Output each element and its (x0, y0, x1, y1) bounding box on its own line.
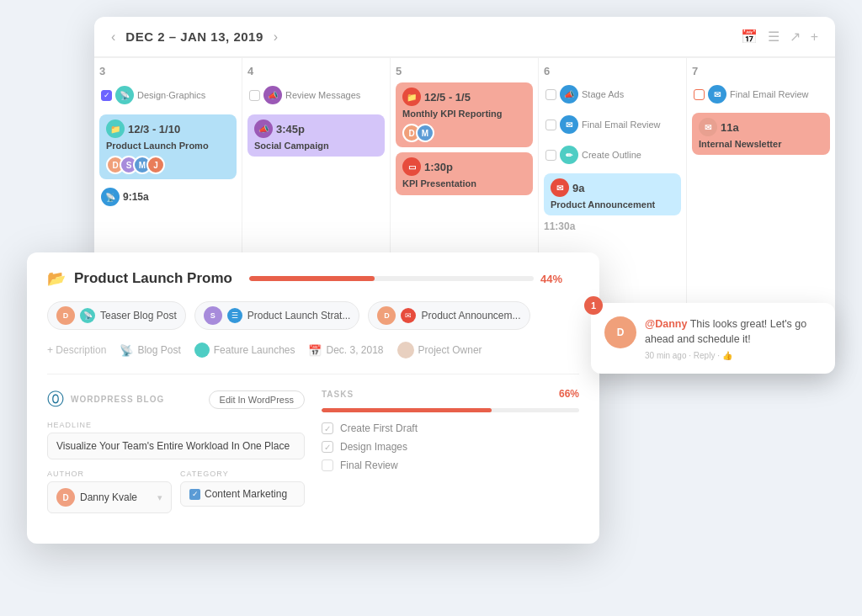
calendar-card[interactable]: 📣 3:45p Social Campaign (247, 114, 385, 157)
folder-icon: 📂 (47, 269, 66, 288)
event-title: Product Announcement (551, 199, 674, 210)
category-group: CATEGORY ✓ Content Marketing (180, 470, 305, 513)
subtask-avatar: S (204, 306, 222, 325)
calendar-nav: ‹ DEC 2 – JAN 13, 2019 › (111, 29, 278, 45)
comment-content: @Danny This looks great! Let's go ahead … (645, 316, 822, 360)
tasks-header: TASKS 66% (322, 388, 579, 400)
event-title: Internal Newsletter (699, 138, 823, 150)
tasks-percent: 66% (559, 388, 579, 400)
add-btn[interactable]: + (811, 29, 818, 45)
author-label: AUTHOR (47, 470, 172, 478)
type-icon: 📡 (120, 344, 133, 357)
list-view-btn[interactable]: ☰ (768, 29, 780, 45)
next-btn[interactable]: › (274, 29, 278, 45)
calendar-card[interactable]: ✉ 9a Product Announcement (544, 173, 681, 215)
task-checkbox[interactable] (545, 89, 556, 100)
date-label: Dec. 3, 2018 (326, 344, 383, 356)
task-label: Final Review (340, 459, 398, 471)
task-label: Create Outline (582, 150, 641, 160)
task-label: Stage Ads (582, 89, 624, 99)
event-icon: ✉ (699, 118, 717, 136)
avatar: 📣 (263, 86, 282, 104)
event-title: Product Launch Promo (106, 140, 230, 151)
calendar-view-btn[interactable]: 📅 (741, 29, 758, 45)
task-checkbox[interactable] (694, 89, 705, 100)
avatar: ✏ (560, 146, 578, 164)
calendar-card: 📡 9:15a (99, 184, 237, 211)
commenter-avatar: D (604, 316, 636, 348)
headline-label: HEADLINE (47, 421, 305, 429)
category-label: CATEGORY (180, 470, 305, 478)
calendar-card[interactable]: 📣 Review Messages (247, 82, 385, 109)
like-icon[interactable]: 👍 (722, 351, 732, 360)
author-name: Danny Kvale (80, 491, 137, 503)
event-icon: ▭ (402, 157, 421, 176)
avatar-group: D M (402, 124, 526, 142)
comment-mention: @Danny (645, 318, 687, 330)
export-btn[interactable]: ↗ (790, 29, 801, 45)
event-icon: ✉ (551, 178, 569, 197)
author-select[interactable]: D Danny Kvale ▾ (47, 481, 172, 513)
progress-row: 44% (249, 273, 562, 285)
calendar-card[interactable]: 📁 12/5 - 1/5 Monthly KPI Reporting D M (396, 82, 533, 147)
author-value: D Danny Kvale (56, 488, 137, 507)
comment-body: D @Danny This looks great! Let's go ahea… (604, 316, 822, 360)
headline-group: HEADLINE (47, 421, 305, 459)
owner-meta: Project Owner (397, 342, 482, 358)
event-time: 3:45p (276, 123, 305, 135)
owner-label: Project Owner (418, 344, 482, 356)
subtask-label: Teaser Blog Post (100, 310, 177, 321)
wp-header: ⓪ WORDPRESS BLOG Edit In WordPress (47, 388, 305, 411)
cal-extra: 📡 9:15a (99, 184, 237, 211)
subtask-icon: 📡 (80, 308, 95, 323)
task-item: ✓ Design Images (322, 441, 579, 453)
avatar-group: D S M J (106, 156, 230, 174)
task-item: ✓ Create First Draft (322, 422, 579, 434)
chevron-down-icon: ▾ (157, 492, 162, 503)
wp-right: TASKS 66% ✓ Create First Draft ✓ Design … (322, 388, 579, 523)
calendar-card[interactable]: 📁 12/3 - 1/10 Product Launch Promo D S M… (99, 114, 237, 179)
category-chip[interactable]: ✓ Content Marketing (180, 481, 305, 507)
subtask-icon: ✉ (401, 308, 416, 323)
subtask-chip[interactable]: S ☰ Product Launch Strat... (194, 301, 360, 330)
subtask-chip[interactable]: D 📡 Teaser Blog Post (47, 301, 186, 330)
subtask-avatar: D (377, 306, 396, 325)
headline-input[interactable] (47, 433, 305, 459)
task-checkbox-done[interactable]: ✓ (322, 441, 333, 453)
calendar-card[interactable]: ✓ 📡 Design·Graphics (99, 82, 237, 109)
task-checkbox[interactable] (545, 119, 556, 130)
prev-btn[interactable]: ‹ (111, 29, 115, 45)
event-time: 12/3 - 1/10 (128, 123, 180, 135)
calendar-card: ✏ Create Outline (544, 143, 681, 168)
calendar-card[interactable]: ✉ 11a Internal Newsletter (692, 113, 830, 155)
task-label: Final Email Review (730, 89, 809, 99)
day-number: 6 (544, 65, 681, 77)
avatar: 📣 (560, 85, 578, 104)
task-checkbox[interactable] (322, 459, 333, 471)
add-description-btn[interactable]: + Description (47, 344, 106, 356)
task-checkbox-done[interactable]: ✓ (322, 422, 333, 434)
edit-wordpress-btn[interactable]: Edit In WordPress (209, 390, 305, 409)
calendar-card: ✉ Final Email Review (692, 82, 830, 108)
progress-bar (249, 276, 534, 281)
event-icon: 📁 (402, 88, 421, 106)
type-label: Blog Post (137, 344, 180, 356)
subtask-label: Product Announcem... (421, 310, 520, 321)
wp-label: WORDPRESS BLOG (71, 395, 164, 404)
task-checkbox[interactable] (249, 90, 260, 101)
wp-left: ⓪ WORDPRESS BLOG Edit In WordPress HEADL… (47, 388, 305, 523)
detail-panel: 📂 Product Launch Promo 44% D 📡 Teaser Bl… (27, 252, 599, 544)
date-icon: 📅 (308, 344, 322, 357)
event-title: KPI Presentation (402, 178, 526, 189)
task-checkbox[interactable] (545, 150, 556, 161)
subtask-label: Product Launch Strat... (247, 310, 351, 321)
subtask-chip[interactable]: D ✉ Product Announcem... (368, 301, 529, 330)
calendar-card[interactable]: ▭ 1:30p KPI Presentation (396, 152, 533, 194)
category-value: Content Marketing (205, 488, 287, 500)
reply-link[interactable]: Reply (694, 351, 716, 360)
comment-badge: 1 (584, 296, 603, 315)
calendar-header: ‹ DEC 2 – JAN 13, 2019 › 📅 ☰ ↗ + (94, 17, 835, 57)
calendar-card: 📣 Stage Ads (544, 82, 681, 108)
task-checkbox[interactable]: ✓ (101, 90, 112, 101)
feature-meta: Feature Launches (194, 343, 295, 358)
